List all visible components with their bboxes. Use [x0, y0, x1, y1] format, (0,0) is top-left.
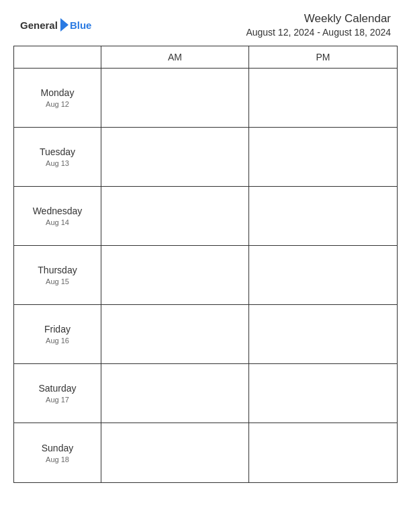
page-header: General Blue Weekly Calendar August 12, … — [0, 0, 411, 46]
day-cell: FridayAug 16 — [14, 305, 101, 363]
day-name: Sunday — [42, 443, 73, 453]
calendar-row: ThursdayAug 15 — [14, 246, 397, 305]
day-cell: ThursdayAug 15 — [14, 246, 101, 304]
am-cell[interactable] — [101, 305, 249, 363]
day-cell: SaturdayAug 17 — [14, 364, 101, 423]
logo-text-general: General — [20, 19, 58, 31]
day-name: Wednesday — [33, 206, 83, 216]
day-date: Aug 14 — [46, 218, 69, 226]
day-name: Thursday — [38, 265, 77, 275]
pm-cell[interactable] — [249, 364, 397, 423]
day-cell: MondayAug 12 — [14, 69, 101, 127]
logo: General Blue — [20, 18, 91, 32]
logo-text-blue: Blue — [70, 19, 92, 31]
col-pm-header: PM — [249, 46, 397, 68]
day-date: Aug 16 — [46, 337, 69, 345]
logo-triangle-icon — [60, 18, 68, 32]
day-date: Aug 15 — [46, 277, 69, 285]
col-day-header — [14, 46, 101, 68]
calendar-row: WednesdayAug 14 — [14, 187, 397, 246]
calendar: AM PM MondayAug 12TuesdayAug 13Wednesday… — [13, 46, 398, 483]
day-cell: TuesdayAug 13 — [14, 128, 101, 186]
day-name: Saturday — [38, 383, 76, 394]
day-name: Friday — [44, 324, 71, 335]
title-section: Weekly Calendar August 12, 2024 - August… — [246, 12, 391, 38]
am-cell[interactable] — [101, 423, 249, 482]
day-cell: SundayAug 18 — [14, 423, 101, 482]
pm-cell[interactable] — [249, 423, 397, 482]
day-cell: WednesdayAug 14 — [14, 187, 101, 245]
calendar-date-range: August 12, 2024 - August 18, 2024 — [246, 27, 391, 38]
day-date: Aug 12 — [46, 100, 69, 108]
am-cell[interactable] — [101, 128, 249, 186]
am-cell[interactable] — [101, 187, 249, 245]
calendar-row: SundayAug 18 — [14, 423, 397, 482]
day-name: Tuesday — [40, 146, 75, 157]
day-date: Aug 18 — [46, 455, 69, 463]
calendar-body: MondayAug 12TuesdayAug 13WednesdayAug 14… — [14, 69, 397, 482]
am-cell[interactable] — [101, 364, 249, 423]
calendar-row: SaturdayAug 17 — [14, 364, 397, 423]
calendar-row: MondayAug 12 — [14, 69, 397, 128]
pm-cell[interactable] — [249, 128, 397, 186]
col-am-header: AM — [101, 46, 249, 68]
pm-cell[interactable] — [249, 305, 397, 363]
am-cell[interactable] — [101, 69, 249, 127]
calendar-row: FridayAug 16 — [14, 305, 397, 364]
day-date: Aug 17 — [46, 396, 69, 404]
calendar-row: TuesdayAug 13 — [14, 128, 397, 187]
day-date: Aug 13 — [46, 159, 69, 167]
am-cell[interactable] — [101, 246, 249, 304]
calendar-header-row: AM PM — [14, 46, 397, 69]
day-name: Monday — [41, 87, 75, 98]
pm-cell[interactable] — [249, 246, 397, 304]
calendar-title: Weekly Calendar — [246, 12, 391, 26]
pm-cell[interactable] — [249, 187, 397, 245]
pm-cell[interactable] — [249, 69, 397, 127]
